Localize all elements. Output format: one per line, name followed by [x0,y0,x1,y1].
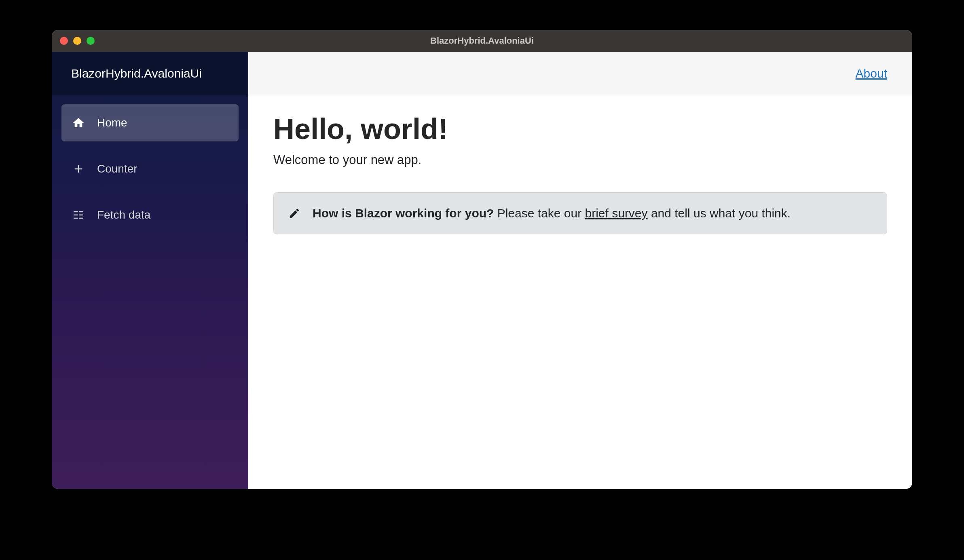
survey-alert: How is Blazor working for you? Please ta… [273,192,887,234]
close-window-button[interactable] [60,37,68,45]
nav-menu: Home Counter Fetch data [52,95,248,234]
page-subtitle: Welcome to your new app. [273,153,887,167]
nav-item-counter[interactable]: Counter [61,150,239,187]
sidebar-brand[interactable]: BlazorHybrid.AvaloniaUi [71,67,202,80]
survey-link[interactable]: brief survey [585,206,648,220]
nav-item-label: Counter [97,162,137,175]
alert-question: How is Blazor working for you? [313,206,494,220]
nav-item-label: Home [97,116,127,129]
top-row: About [248,52,912,95]
list-icon [71,208,86,222]
nav-item-label: Fetch data [97,208,150,221]
traffic-lights [60,37,95,45]
sidebar-header: BlazorHybrid.AvaloniaUi [52,52,248,95]
window-title: BlazorHybrid.AvaloniaUi [430,36,534,46]
app-window: BlazorHybrid.AvaloniaUi BlazorHybrid.Ava… [52,30,912,489]
page-content: Hello, world! Welcome to your new app. H… [248,95,912,251]
maximize-window-button[interactable] [87,37,95,45]
home-icon [71,116,86,130]
alert-before-link: Please take our [494,206,585,220]
nav-item-home[interactable]: Home [61,104,239,141]
plus-icon [71,162,86,176]
minimize-window-button[interactable] [73,37,81,45]
alert-text: How is Blazor working for you? Please ta… [313,206,872,220]
alert-after-link: and tell us what you think. [648,206,791,220]
main-area: About Hello, world! Welcome to your new … [248,52,912,489]
nav-item-fetch-data[interactable]: Fetch data [61,196,239,234]
pencil-icon [288,207,300,219]
page-title: Hello, world! [273,112,887,145]
titlebar[interactable]: BlazorHybrid.AvaloniaUi [52,30,912,52]
sidebar: BlazorHybrid.AvaloniaUi Home Counter [52,52,248,489]
about-link[interactable]: About [856,67,887,80]
app-body: BlazorHybrid.AvaloniaUi Home Counter [52,52,912,489]
